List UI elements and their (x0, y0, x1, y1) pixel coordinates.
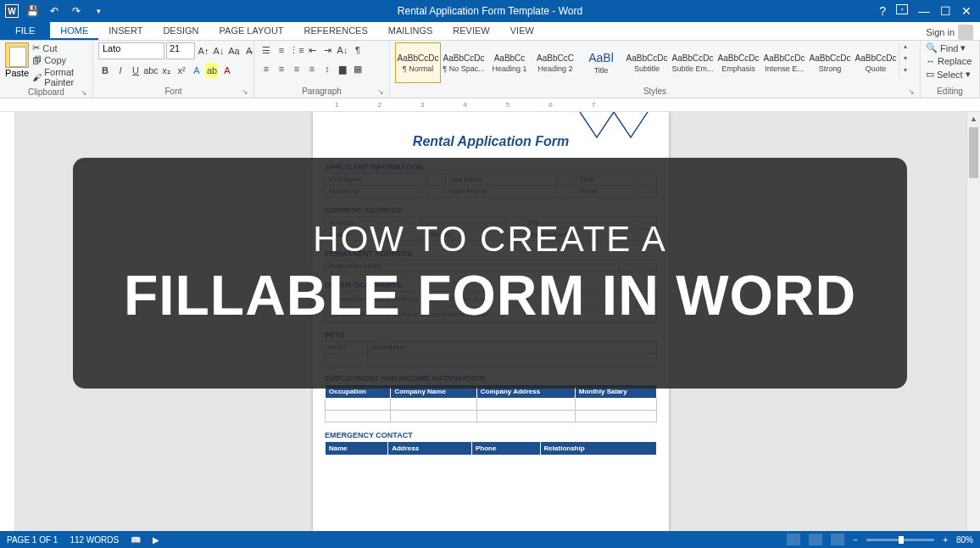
show-marks-button[interactable]: ¶ (351, 42, 365, 58)
italic-button[interactable]: I (114, 63, 127, 78)
style-strong[interactable]: AaBbCcDcStrong (807, 42, 853, 83)
tab-file[interactable]: FILE (0, 22, 50, 40)
applicant-table[interactable]: First NameLast NameDOB Mobile NoWork Pho… (325, 173, 657, 198)
print-layout-button[interactable] (809, 534, 822, 545)
sign-in-link[interactable]: Sign in (926, 25, 973, 40)
vertical-ruler[interactable] (0, 112, 15, 531)
maximize-icon[interactable]: ☐ (940, 4, 951, 18)
text-effects-button[interactable]: A (190, 63, 203, 78)
underline-button[interactable]: U (129, 63, 142, 78)
find-button[interactable]: 🔍Find▾ (926, 42, 966, 53)
clipboard-launcher[interactable]: ↘ (81, 88, 87, 97)
help-icon[interactable]: ? (879, 4, 886, 18)
ribbon: Paste ✂Cut 🗐Copy 🖌Format Painter Clipboa… (0, 41, 980, 98)
numbering-button[interactable]: ≡ (275, 42, 288, 58)
undo-icon[interactable]: ↶ (46, 3, 63, 20)
style--no-spac-[interactable]: AaBbCcDc¶ No Spac... (441, 42, 487, 83)
bold-button[interactable]: B (98, 63, 112, 78)
paste-button[interactable]: Paste (5, 42, 29, 78)
highlight-button[interactable]: ab (205, 63, 219, 78)
horizontal-ruler[interactable]: 1234567 (0, 98, 980, 112)
shading-button[interactable]: ▆ (336, 61, 349, 76)
subscript-button[interactable]: x₂ (159, 63, 173, 78)
select-button[interactable]: ▭Select▾ (926, 69, 971, 80)
zoom-slider[interactable] (866, 539, 934, 541)
style-heading-2[interactable]: AaBbCcCHeading 2 (532, 42, 578, 83)
zoom-in-button[interactable]: + (943, 535, 948, 545)
font-launcher[interactable]: ↘ (242, 87, 248, 96)
shrink-font-button[interactable]: A↓ (212, 43, 226, 59)
copy-button[interactable]: 🗐Copy (32, 55, 87, 65)
find-icon: 🔍 (926, 42, 938, 53)
font-size-select[interactable]: 21 (166, 42, 195, 59)
spellcheck-icon[interactable]: 📖 (131, 535, 141, 545)
tab-review[interactable]: REVIEW (443, 22, 499, 40)
style-quote[interactable]: AaBbCcDcQuote (853, 42, 899, 83)
increase-indent-button[interactable]: ⇥ (320, 42, 334, 58)
document-area[interactable]: Rental Application Form APPLICANT INFORM… (15, 112, 966, 531)
zoom-level[interactable]: 80% (956, 535, 973, 545)
replace-button[interactable]: ↔Replace (926, 56, 972, 66)
multilevel-button[interactable]: ⋮≡ (290, 42, 303, 58)
pets-table[interactable]: Pets?Description (325, 341, 657, 366)
occupants-table[interactable]: List names and DOB all additional occupa… (325, 291, 657, 322)
cut-button[interactable]: ✂Cut (32, 42, 87, 53)
tab-mailings[interactable]: MAILINGS (378, 22, 443, 40)
scroll-thumb[interactable] (969, 127, 978, 178)
word-count[interactable]: 112 WORDS (70, 535, 119, 545)
tab-insert[interactable]: INSERT (98, 22, 153, 40)
current-address-table[interactable]: AddressCity Date InDate OutMonthly Rent (325, 216, 657, 241)
styles-launcher[interactable]: ↘ (908, 87, 915, 96)
format-painter-button[interactable]: 🖌Format Painter (32, 67, 87, 87)
decrease-indent-button[interactable]: ⇤ (305, 42, 319, 58)
minimize-icon[interactable]: — (918, 4, 930, 18)
web-layout-button[interactable] (831, 534, 844, 545)
employment-table[interactable]: OccupationCompany NameCompany AddressMon… (325, 384, 657, 422)
style-emphasis[interactable]: AaBbCcDcEmphasis (716, 42, 761, 83)
align-left-button[interactable]: ≡ (259, 61, 273, 76)
vertical-scrollbar[interactable]: ▲ (966, 112, 980, 531)
superscript-button[interactable]: x² (175, 63, 188, 78)
close-icon[interactable]: ✕ (961, 4, 972, 18)
tab-view[interactable]: VIEW (500, 22, 544, 40)
styles-more-button[interactable]: ▴▾▾ (899, 42, 910, 78)
permanent-address-table[interactable]: Reason for Living (325, 260, 657, 272)
strikethrough-button[interactable]: abc (144, 63, 158, 78)
style-heading-1[interactable]: AaBbCcHeading 1 (487, 42, 532, 83)
section-pets: PETS (325, 331, 657, 339)
qat-customize-icon[interactable]: ▾ (90, 3, 107, 20)
paragraph-launcher[interactable]: ↘ (377, 87, 384, 96)
page-indicator[interactable]: PAGE 1 OF 1 (7, 535, 58, 545)
group-styles: AaBbCcDc¶ NormalAaBbCcDc¶ No Spac...AaBb… (390, 41, 921, 98)
tab-design[interactable]: DESIGN (153, 22, 209, 40)
page: Rental Application Form APPLICANT INFORM… (313, 112, 669, 531)
read-mode-button[interactable] (787, 534, 800, 545)
style-subtitle[interactable]: AaBbCcDcSubtitle (624, 42, 670, 83)
align-center-button[interactable]: ≡ (275, 61, 288, 76)
save-icon[interactable]: 💾 (24, 3, 41, 20)
font-family-select[interactable]: Lato (98, 42, 164, 59)
justify-button[interactable]: ≡ (305, 61, 319, 76)
emergency-table[interactable]: NameAddressPhoneRelationship (325, 441, 657, 456)
macro-icon[interactable]: ▶ (153, 535, 159, 545)
grow-font-button[interactable]: A↑ (197, 43, 210, 59)
style-title[interactable]: AaBlTitle (578, 42, 624, 83)
style-subtle-em-[interactable]: AaBbCcDcSubtle Em... (670, 42, 716, 83)
style--normal[interactable]: AaBbCcDc¶ Normal (395, 42, 441, 83)
align-right-button[interactable]: ≡ (290, 61, 303, 76)
style-intense-e-[interactable]: AaBbCcDcIntense E... (761, 42, 807, 83)
zoom-out-button[interactable]: − (853, 535, 858, 545)
scroll-up-icon[interactable]: ▲ (967, 112, 980, 126)
borders-button[interactable]: ▦ (351, 61, 365, 76)
ribbon-options-icon[interactable]: ▫ (896, 4, 908, 14)
section-occupants: OTHER OCCUPANTS (325, 281, 657, 289)
font-color-button[interactable]: A (220, 63, 234, 78)
tab-references[interactable]: REFERENCES (294, 22, 378, 40)
tab-home[interactable]: HOME (50, 22, 98, 40)
change-case-button[interactable]: Aa (227, 43, 241, 59)
line-spacing-button[interactable]: ↕ (320, 61, 334, 76)
redo-icon[interactable]: ↷ (68, 3, 85, 20)
tab-page-layout[interactable]: PAGE LAYOUT (209, 22, 294, 40)
bullets-button[interactable]: ☰ (259, 42, 273, 58)
sort-button[interactable]: A↓ (336, 42, 349, 58)
